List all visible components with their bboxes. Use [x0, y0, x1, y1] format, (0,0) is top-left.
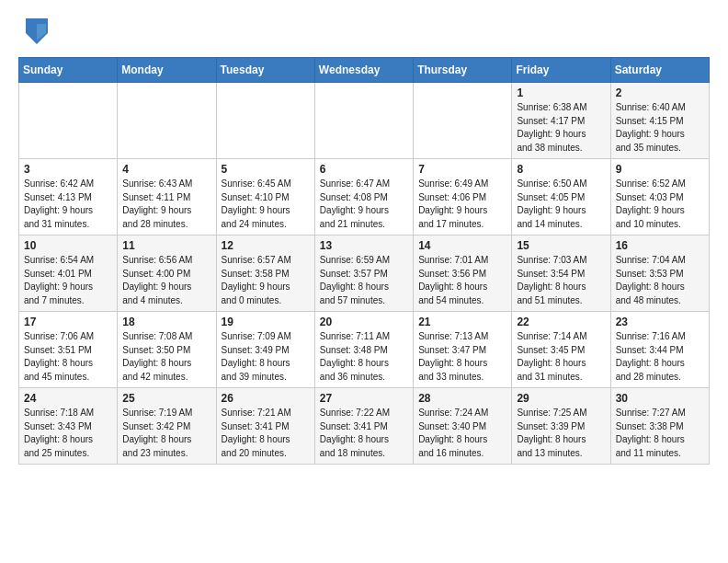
- day-number: 27: [320, 392, 408, 405]
- calendar-cell: 2Sunrise: 6:40 AM Sunset: 4:15 PM Daylig…: [610, 83, 709, 159]
- calendar-cell: 16Sunrise: 7:04 AM Sunset: 3:53 PM Dayli…: [610, 236, 709, 312]
- day-number: 5: [222, 163, 310, 176]
- day-info: Sunrise: 6:56 AM Sunset: 4:00 PM Dayligh…: [122, 255, 192, 305]
- calendar-cell: [19, 83, 118, 159]
- day-number: 13: [320, 239, 408, 252]
- day-number: 30: [616, 392, 704, 405]
- day-info: Sunrise: 6:47 AM Sunset: 4:08 PM Dayligh…: [320, 178, 390, 229]
- day-info: Sunrise: 7:22 AM Sunset: 3:41 PM Dayligh…: [320, 408, 390, 458]
- calendar-week-4: 17Sunrise: 7:06 AM Sunset: 3:51 PM Dayli…: [19, 312, 710, 388]
- calendar-cell: 3Sunrise: 6:42 AM Sunset: 4:13 PM Daylig…: [19, 159, 118, 236]
- day-number: 6: [320, 163, 408, 176]
- calendar-cell: 24Sunrise: 7:18 AM Sunset: 3:43 PM Dayli…: [19, 388, 118, 465]
- day-number: 4: [122, 163, 210, 176]
- calendar-week-3: 10Sunrise: 6:54 AM Sunset: 4:01 PM Dayli…: [19, 236, 710, 312]
- calendar-cell: [118, 83, 216, 159]
- calendar-cell: 7Sunrise: 6:49 AM Sunset: 4:06 PM Daylig…: [414, 159, 512, 236]
- day-number: 7: [418, 163, 506, 176]
- calendar-cell: 17Sunrise: 7:06 AM Sunset: 3:51 PM Dayli…: [19, 312, 118, 388]
- day-number: 19: [222, 316, 310, 328]
- calendar-cell: 23Sunrise: 7:16 AM Sunset: 3:44 PM Dayli…: [610, 312, 709, 388]
- calendar-table: SundayMondayTuesdayWednesdayThursdayFrid…: [18, 57, 710, 465]
- calendar-header-row: SundayMondayTuesdayWednesdayThursdayFrid…: [19, 58, 710, 83]
- day-info: Sunrise: 7:24 AM Sunset: 3:40 PM Dayligh…: [418, 408, 488, 458]
- col-header-thursday: Thursday: [414, 58, 512, 83]
- day-number: 29: [517, 392, 605, 405]
- calendar-cell: 11Sunrise: 6:56 AM Sunset: 4:00 PM Dayli…: [118, 236, 216, 312]
- day-number: 10: [24, 239, 112, 252]
- day-info: Sunrise: 7:13 AM Sunset: 3:47 PM Dayligh…: [418, 331, 488, 382]
- day-number: 24: [24, 392, 112, 405]
- day-info: Sunrise: 6:42 AM Sunset: 4:13 PM Dayligh…: [24, 178, 94, 229]
- day-info: Sunrise: 6:59 AM Sunset: 3:57 PM Dayligh…: [320, 255, 390, 305]
- calendar-cell: 5Sunrise: 6:45 AM Sunset: 4:10 PM Daylig…: [216, 159, 314, 236]
- calendar-cell: 26Sunrise: 7:21 AM Sunset: 3:41 PM Dayli…: [216, 388, 314, 465]
- calendar-cell: 29Sunrise: 7:25 AM Sunset: 3:39 PM Dayli…: [512, 388, 610, 465]
- day-number: 18: [122, 316, 210, 328]
- day-info: Sunrise: 7:11 AM Sunset: 3:48 PM Dayligh…: [320, 331, 390, 382]
- day-info: Sunrise: 6:45 AM Sunset: 4:10 PM Dayligh…: [222, 178, 291, 229]
- day-number: 11: [122, 239, 210, 252]
- calendar-week-1: 1Sunrise: 6:38 AM Sunset: 4:17 PM Daylig…: [19, 83, 710, 159]
- col-header-friday: Friday: [512, 58, 610, 83]
- day-info: Sunrise: 7:04 AM Sunset: 3:53 PM Dayligh…: [616, 255, 686, 305]
- calendar-cell: 22Sunrise: 7:14 AM Sunset: 3:45 PM Dayli…: [512, 312, 610, 388]
- day-info: Sunrise: 6:43 AM Sunset: 4:11 PM Dayligh…: [122, 178, 192, 229]
- calendar-cell: 9Sunrise: 6:52 AM Sunset: 4:03 PM Daylig…: [610, 159, 709, 236]
- col-header-wednesday: Wednesday: [314, 58, 413, 83]
- day-number: 23: [616, 316, 704, 328]
- calendar-cell: 19Sunrise: 7:09 AM Sunset: 3:49 PM Dayli…: [216, 312, 314, 388]
- day-number: 22: [517, 316, 605, 328]
- day-info: Sunrise: 6:54 AM Sunset: 4:01 PM Dayligh…: [24, 255, 94, 305]
- calendar-cell: 30Sunrise: 7:27 AM Sunset: 3:38 PM Dayli…: [610, 388, 709, 465]
- calendar-cell: 12Sunrise: 6:57 AM Sunset: 3:58 PM Dayli…: [216, 236, 314, 312]
- day-info: Sunrise: 6:57 AM Sunset: 3:58 PM Dayligh…: [222, 255, 291, 305]
- day-number: 9: [616, 163, 704, 176]
- col-header-sunday: Sunday: [19, 58, 118, 83]
- day-info: Sunrise: 7:01 AM Sunset: 3:56 PM Dayligh…: [418, 255, 488, 305]
- day-info: Sunrise: 6:50 AM Sunset: 4:05 PM Dayligh…: [517, 178, 586, 229]
- calendar-cell: 15Sunrise: 7:03 AM Sunset: 3:54 PM Dayli…: [512, 236, 610, 312]
- logo: [18, 15, 51, 48]
- day-number: 1: [517, 86, 605, 99]
- col-header-tuesday: Tuesday: [216, 58, 314, 83]
- day-info: Sunrise: 7:18 AM Sunset: 3:43 PM Dayligh…: [24, 408, 94, 458]
- day-number: 8: [517, 163, 605, 176]
- day-info: Sunrise: 6:38 AM Sunset: 4:17 PM Dayligh…: [517, 102, 586, 153]
- calendar-cell: 18Sunrise: 7:08 AM Sunset: 3:50 PM Dayli…: [118, 312, 216, 388]
- calendar-cell: 8Sunrise: 6:50 AM Sunset: 4:05 PM Daylig…: [512, 159, 610, 236]
- header: [18, 15, 710, 48]
- day-number: 2: [616, 86, 704, 99]
- day-number: 21: [418, 316, 506, 328]
- day-number: 20: [320, 316, 408, 328]
- day-info: Sunrise: 7:14 AM Sunset: 3:45 PM Dayligh…: [517, 331, 586, 382]
- day-info: Sunrise: 7:25 AM Sunset: 3:39 PM Dayligh…: [517, 408, 586, 458]
- day-info: Sunrise: 6:52 AM Sunset: 4:03 PM Dayligh…: [616, 178, 686, 229]
- calendar-cell: 27Sunrise: 7:22 AM Sunset: 3:41 PM Dayli…: [314, 388, 413, 465]
- calendar-cell: 13Sunrise: 6:59 AM Sunset: 3:57 PM Dayli…: [314, 236, 413, 312]
- day-number: 15: [517, 239, 605, 252]
- day-number: 25: [122, 392, 210, 405]
- day-number: 16: [616, 239, 704, 252]
- day-info: Sunrise: 7:09 AM Sunset: 3:49 PM Dayligh…: [222, 331, 291, 382]
- calendar-cell: 21Sunrise: 7:13 AM Sunset: 3:47 PM Dayli…: [414, 312, 512, 388]
- col-header-saturday: Saturday: [610, 58, 709, 83]
- day-number: 14: [418, 239, 506, 252]
- day-number: 17: [24, 316, 112, 328]
- calendar-week-2: 3Sunrise: 6:42 AM Sunset: 4:13 PM Daylig…: [19, 159, 710, 236]
- day-number: 3: [24, 163, 112, 176]
- logo-icon: [22, 15, 51, 48]
- day-number: 28: [418, 392, 506, 405]
- day-info: Sunrise: 7:27 AM Sunset: 3:38 PM Dayligh…: [616, 408, 686, 458]
- calendar-cell: 28Sunrise: 7:24 AM Sunset: 3:40 PM Dayli…: [414, 388, 512, 465]
- calendar-cell: 4Sunrise: 6:43 AM Sunset: 4:11 PM Daylig…: [118, 159, 216, 236]
- page: SundayMondayTuesdayWednesdayThursdayFrid…: [0, 0, 728, 563]
- calendar-cell: 14Sunrise: 7:01 AM Sunset: 3:56 PM Dayli…: [414, 236, 512, 312]
- calendar-cell: [414, 83, 512, 159]
- day-info: Sunrise: 7:16 AM Sunset: 3:44 PM Dayligh…: [616, 331, 686, 382]
- day-info: Sunrise: 7:03 AM Sunset: 3:54 PM Dayligh…: [517, 255, 586, 305]
- calendar-week-5: 24Sunrise: 7:18 AM Sunset: 3:43 PM Dayli…: [19, 388, 710, 465]
- calendar-cell: 1Sunrise: 6:38 AM Sunset: 4:17 PM Daylig…: [512, 83, 610, 159]
- day-info: Sunrise: 7:21 AM Sunset: 3:41 PM Dayligh…: [222, 408, 291, 458]
- calendar-cell: 10Sunrise: 6:54 AM Sunset: 4:01 PM Dayli…: [19, 236, 118, 312]
